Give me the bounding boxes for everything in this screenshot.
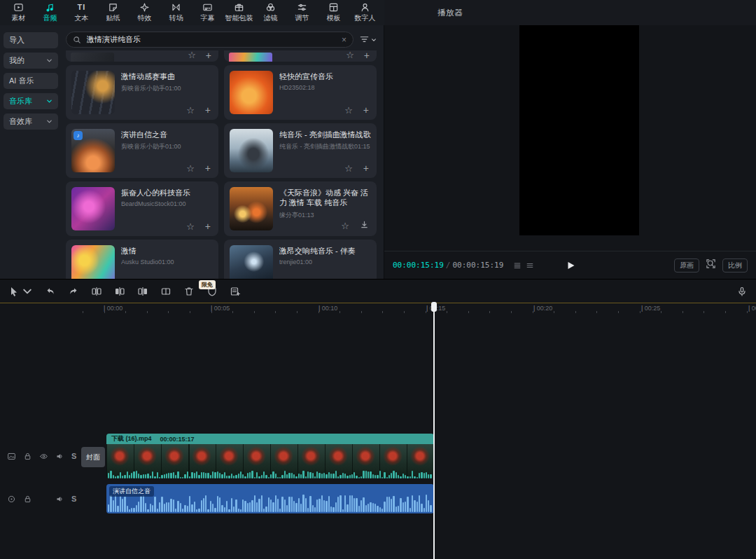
delete-right-icon [137,286,148,297]
transcript-edit-icon [230,286,241,297]
timeline-panel: 限免 00:00 00:05 00:10 00:15 00:20 00:25 0… [0,279,756,559]
video-clip[interactable]: 下载 (16).mp4 00:00:15:17 [106,434,434,478]
player-header: 播放器 [384,0,756,25]
nav-item-smart-package[interactable]: 智能包装 [223,2,255,23]
music-card[interactable]: 纯音乐 - 亮剑插曲激情战歌 纯音乐 - 亮剑插曲激情战歌01:15 ☆ + [224,123,377,178]
delete-right-button[interactable] [137,286,148,297]
music-card[interactable]: 激情动感赛事曲 剪映音乐小助手01:00 ☆ + [66,65,218,120]
audio-clip[interactable]: 演讲自信之音 [106,484,434,513]
nav-item-media[interactable]: 素材 [3,2,34,23]
record-voiceover-button[interactable] [736,286,748,297]
favorite-icon[interactable]: ☆ [188,50,196,61]
import-button[interactable]: 导入 [4,32,58,48]
search-box[interactable]: × [66,32,354,48]
favorite-icon[interactable]: ☆ [344,105,353,116]
delete-button[interactable] [183,286,195,297]
sidebar-item-label: AI 音乐 [9,76,34,86]
nav-item-text[interactable]: TI 文本 [66,2,97,23]
nav-item-transitions[interactable]: 转场 [160,2,192,23]
redo-button[interactable] [68,286,79,297]
solo-button[interactable]: S [71,452,76,460]
music-card-partial[interactable]: ☆ + [66,50,218,62]
undo-button[interactable] [45,286,56,297]
music-card[interactable]: 激昂交响纯音乐 - 伴奏 trenjie01:00 ☆ + [224,240,377,279]
lock-icon[interactable] [23,452,32,461]
speaker-icon[interactable] [55,452,64,461]
chevron-down-icon [46,57,52,64]
nav-item-filters[interactable]: 滤镜 [255,2,286,23]
sidebar-item-label: 音乐库 [9,96,32,106]
split-button[interactable] [91,286,102,297]
favorite-icon[interactable]: ☆ [186,163,195,174]
cover-button[interactable]: 封面 [81,447,105,467]
eye-icon[interactable] [39,452,48,461]
sidebar-item-label: 音效库 [9,116,32,127]
select-tool-button[interactable] [8,286,33,297]
speaker-icon[interactable] [55,495,64,504]
playhead-line[interactable] [433,303,435,559]
music-card[interactable]: 激情 Ausku Studio01:00 ☆ + [66,240,218,279]
playhead-handle[interactable] [431,302,437,312]
sidebar-item-music-library[interactable]: 音乐库 [4,93,58,109]
play-button[interactable] [566,261,575,270]
download-icon[interactable] [360,219,369,232]
nav-item-adjust[interactable]: 调节 [286,2,318,23]
nav-label: 音频 [43,13,57,23]
delete-left-button[interactable] [114,286,125,297]
favorite-icon[interactable]: ☆ [344,163,353,174]
video-preview[interactable] [519,25,639,235]
add-icon[interactable]: + [364,50,370,61]
chevron-down-icon [371,37,377,43]
transcript-edit-button[interactable] [230,286,241,297]
filters-icon [265,2,276,13]
frames-view-icon[interactable] [513,261,522,270]
search-icon [73,36,81,44]
filter-button[interactable] [359,34,377,45]
search-input[interactable] [85,35,337,45]
nav-label: 字幕 [201,13,215,23]
nav-item-templates[interactable]: 模板 [318,2,349,23]
fit-zoom-icon[interactable] [706,258,716,272]
sidebar-item-mine[interactable]: 我的 [4,53,58,69]
nav-item-effects[interactable]: 特效 [129,2,160,23]
add-icon[interactable]: + [363,104,369,116]
sidebar-item-sfx-library[interactable]: 音效库 [4,113,58,130]
nav-item-audio[interactable]: 音频 [34,2,66,23]
solo-button[interactable]: S [71,495,76,503]
ruler-label: 00:30 [748,305,756,312]
music-card-partial[interactable]: ☆ + [224,50,377,62]
music-card[interactable]: 《天际音浪》动感 兴奋 活力 激情 车载 纯音乐 缘分亭01:13 ☆ [224,181,377,236]
ratio-button[interactable]: 比例 [722,258,748,272]
favorite-icon[interactable]: ☆ [346,50,354,61]
sidebar-item-ai-music[interactable]: AI 音乐 [4,73,58,89]
player-title: 播放器 [438,7,463,19]
add-icon[interactable]: + [205,104,211,116]
favorite-icon[interactable]: ☆ [186,105,195,116]
original-quality-button[interactable]: 原画 [674,258,699,272]
clear-search-icon[interactable]: × [342,36,346,44]
nav-item-sticker[interactable]: 贴纸 [97,2,129,23]
favorite-icon[interactable]: ☆ [341,221,349,231]
split-icon [91,286,102,297]
timecode: 00:00:15:19/00:00:15:19 [393,261,503,270]
music-thumb [230,129,273,172]
lock-icon[interactable] [23,495,32,504]
nav-label: 贴纸 [106,13,120,23]
freeze-frame-button[interactable] [160,286,172,297]
nav-label: 转场 [169,13,183,23]
nav-item-digital-human[interactable]: 数字人 [349,2,381,23]
favorite-icon[interactable]: ☆ [186,221,195,232]
music-thumb [230,71,273,114]
music-card[interactable]: ♪ 演讲自信之音 剪映音乐小助手01:00 ☆ + [66,123,218,178]
music-card[interactable]: 轻快的宣传音乐 HD23502:18 ☆ + [224,65,377,120]
add-icon[interactable]: + [205,163,211,174]
freeze-frame-icon [160,286,172,297]
add-icon[interactable]: + [363,163,369,174]
list-view-icon[interactable] [526,261,534,270]
nav-item-captions[interactable]: 字幕 [192,2,223,23]
add-icon[interactable]: + [205,221,211,232]
nav-label: 特效 [138,13,152,23]
add-icon[interactable]: + [206,50,211,61]
music-card[interactable]: 振奋人心的科技音乐 BeardMusicStock01:00 ☆ + [66,181,218,236]
timeline-ruler[interactable]: 00:00 00:05 00:10 00:15 00:20 00:25 00:3… [0,303,756,314]
